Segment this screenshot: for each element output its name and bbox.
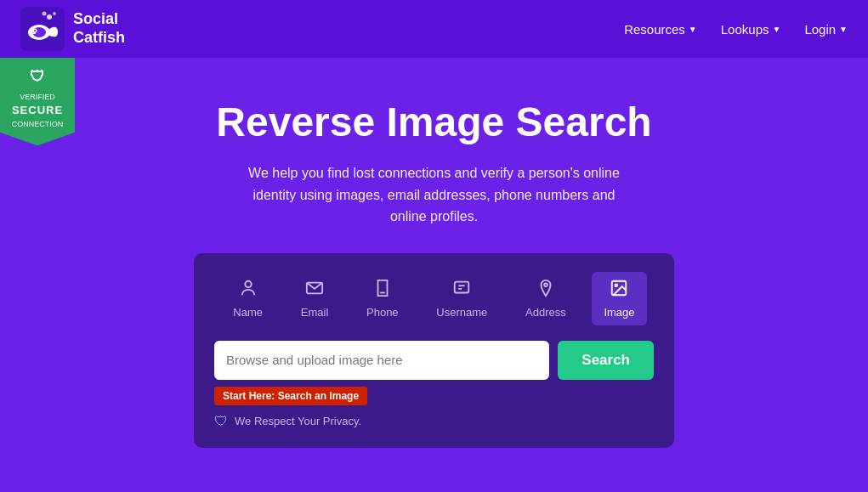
svg-line-6 [29, 33, 36, 34]
secure-badge: 🛡 VERIFIED SECURE CONNECTION [0, 58, 75, 145]
name-icon [239, 279, 258, 302]
hero-section: Reverse Image Search We help you find lo… [0, 58, 868, 473]
navbar: Social Catfish Resources ▼ Lookups ▼ Log… [0, 0, 868, 58]
privacy-text: We Respect Your Privacy. [235, 415, 361, 427]
verified-text: VERIFIED [20, 93, 55, 101]
svg-point-16 [544, 283, 547, 286]
email-icon [305, 279, 324, 302]
address-tab-label: Address [525, 306, 566, 319]
tooltip-tag: Start Here: Search an Image [214, 387, 367, 405]
login-caret: ▼ [839, 25, 848, 34]
resources-caret: ▼ [689, 25, 697, 34]
login-link[interactable]: Login ▼ [804, 22, 848, 37]
lookups-link[interactable]: Lookups ▼ [721, 22, 781, 37]
page-title: Reverse Image Search [17, 99, 851, 145]
input-row: Start Here: Search an Image Search [214, 341, 654, 380]
search-button[interactable]: Search [558, 341, 654, 380]
privacy-shield-icon: 🛡 [214, 414, 228, 429]
svg-point-8 [53, 12, 56, 15]
search-tabs: Name Email Phone [214, 272, 654, 325]
svg-point-18 [616, 284, 618, 286]
phone-icon [373, 279, 392, 302]
shield-icon: 🛡 [7, 66, 68, 88]
nav-links: Resources ▼ Lookups ▼ Login ▼ [624, 22, 848, 37]
tab-address[interactable]: Address [513, 272, 578, 325]
hero-subtitle: We help you find lost connections and ve… [247, 162, 621, 228]
image-tab-label: Image [604, 306, 634, 319]
search-card: Name Email Phone [194, 253, 674, 448]
name-tab-label: Name [233, 306, 263, 319]
secure-text: SECURE [12, 104, 63, 116]
tab-email[interactable]: Email [289, 272, 341, 325]
tab-username[interactable]: Username [424, 272, 499, 325]
username-icon [452, 279, 471, 302]
address-icon [536, 279, 555, 302]
image-icon [610, 279, 628, 302]
svg-point-10 [245, 281, 251, 287]
svg-point-7 [47, 14, 52, 20]
svg-point-9 [43, 12, 47, 16]
tab-phone[interactable]: Phone [355, 272, 411, 325]
brand-name: Social Catfish [73, 10, 125, 47]
svg-point-4 [34, 30, 36, 31]
privacy-row: 🛡 We Respect Your Privacy. [214, 414, 654, 429]
email-tab-label: Email [301, 306, 329, 319]
svg-rect-13 [455, 281, 469, 292]
connection-text: CONNECTION [12, 120, 64, 128]
upload-input-wrapper: Start Here: Search an Image [214, 341, 549, 380]
tab-image[interactable]: Image [592, 272, 646, 325]
username-tab-label: Username [436, 306, 487, 319]
resources-link[interactable]: Resources ▼ [624, 22, 697, 37]
logo[interactable]: Social Catfish [20, 7, 125, 51]
image-upload-input[interactable] [214, 341, 549, 380]
tab-name[interactable]: Name [221, 272, 275, 325]
lookups-caret: ▼ [772, 25, 780, 34]
phone-tab-label: Phone [366, 306, 399, 319]
